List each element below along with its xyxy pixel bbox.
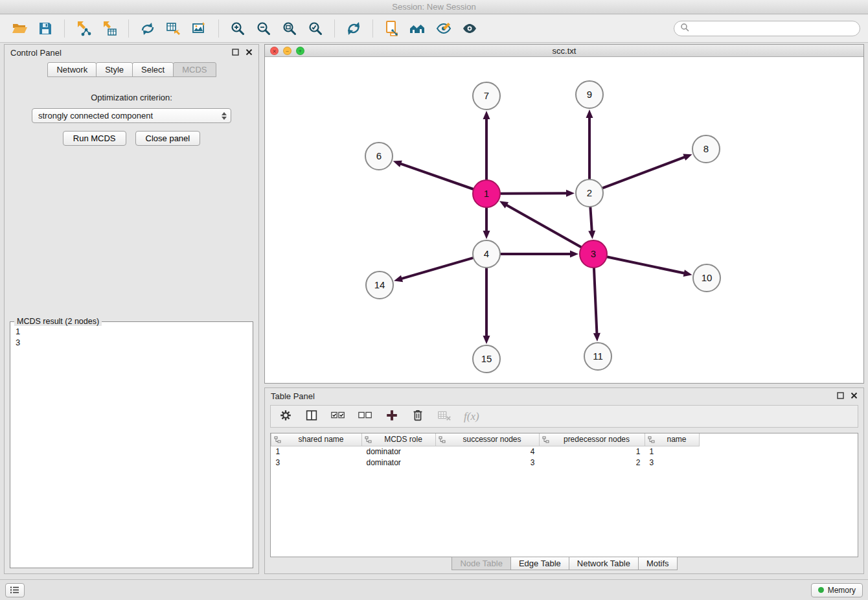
- table-panel-header: Table Panel: [265, 388, 863, 404]
- sort-icon: [274, 436, 281, 445]
- import-table-icon[interactable]: [98, 17, 121, 40]
- graph-node-9[interactable]: 9: [576, 81, 603, 108]
- table-header-row: shared name MCDS role successor nodes pr…: [271, 433, 858, 446]
- zoom-out-icon[interactable]: [252, 17, 275, 40]
- graph-edge-3-10[interactable]: [608, 257, 684, 273]
- delete-column-icon[interactable]: [411, 408, 425, 425]
- dropdown-selected-value: strongly connected component: [38, 111, 153, 121]
- sort-icon: [439, 436, 446, 445]
- control-panel-title: Control Panel: [10, 48, 62, 58]
- network-table-icon[interactable]: [162, 17, 185, 40]
- svg-text:11: 11: [593, 351, 603, 362]
- graph-node-6[interactable]: 6: [365, 143, 393, 170]
- memory-button[interactable]: Memory: [811, 583, 863, 597]
- function-builder-icon[interactable]: f(x): [464, 410, 479, 423]
- column-header-name[interactable]: name: [645, 433, 700, 446]
- graph-edge-2-3[interactable]: [590, 207, 591, 231]
- graph-node-10[interactable]: 10: [693, 264, 720, 292]
- tab-node-table[interactable]: Node Table: [451, 557, 511, 570]
- new-network-icon[interactable]: [136, 17, 159, 40]
- graph-node-8[interactable]: 8: [692, 135, 720, 163]
- svg-text:8: 8: [703, 143, 709, 154]
- search-input[interactable]: [693, 23, 854, 34]
- graph-node-2[interactable]: 2: [576, 179, 603, 207]
- table-toolbar: f(x): [270, 405, 858, 428]
- graph-node-15[interactable]: 15: [473, 345, 500, 373]
- close-panel-icon[interactable]: [246, 48, 253, 58]
- mcds-result-box[interactable]: MCDS result (2 nodes) 1 3: [10, 321, 253, 568]
- maximize-window-icon[interactable]: [296, 47, 304, 55]
- close-window-icon[interactable]: [270, 47, 279, 55]
- graph-edge-2-8[interactable]: [603, 157, 685, 189]
- graph-node-1[interactable]: 1: [473, 180, 500, 207]
- main-toolbar: [0, 15, 868, 43]
- graph-arrowhead-icon: [588, 231, 595, 239]
- zoom-in-icon[interactable]: [226, 17, 249, 40]
- table-row[interactable]: 3 dominator 3 2 3: [271, 457, 858, 468]
- column-header-predecessor-nodes[interactable]: predecessor nodes: [540, 433, 645, 446]
- column-header-shared-name[interactable]: shared name: [271, 433, 362, 446]
- column-header-mcds-role[interactable]: MCDS role: [362, 433, 436, 446]
- import-network-icon[interactable]: [72, 17, 95, 40]
- tab-network-table[interactable]: Network Table: [569, 557, 639, 570]
- task-history-button[interactable]: [5, 583, 25, 597]
- graph-edge-1-6[interactable]: [401, 164, 473, 189]
- save-icon[interactable]: [34, 17, 57, 40]
- settings-gear-icon[interactable]: [279, 408, 293, 425]
- svg-text:7: 7: [484, 90, 489, 101]
- svg-text:6: 6: [376, 150, 382, 161]
- zoom-fit-icon[interactable]: [278, 17, 301, 40]
- table-row[interactable]: 1 dominator 4 1 1: [271, 446, 858, 457]
- graph-arrowhead-icon: [683, 270, 692, 277]
- home-layout-icon[interactable]: [406, 17, 429, 40]
- refresh-icon[interactable]: [342, 17, 365, 40]
- deselect-all-checkboxes-icon[interactable]: [358, 408, 373, 425]
- graph-node-7[interactable]: 7: [473, 82, 500, 110]
- mcds-result-title: MCDS result (2 nodes): [14, 317, 102, 326]
- tab-select[interactable]: Select: [132, 62, 174, 77]
- visual-styles-icon[interactable]: [432, 17, 455, 40]
- table-panel-title: Table Panel: [271, 391, 315, 401]
- export-image-icon[interactable]: [188, 17, 211, 40]
- graph-edge-3-11[interactable]: [594, 268, 597, 333]
- float-panel-icon[interactable]: [837, 391, 844, 401]
- minimize-window-icon[interactable]: [283, 47, 291, 55]
- table-panel-tabs: Node Table Edge Table Network Table Moti…: [265, 557, 863, 570]
- graph-edge-3-1[interactable]: [507, 205, 580, 248]
- delete-table-icon[interactable]: [437, 408, 452, 425]
- split-column-icon[interactable]: [304, 408, 319, 425]
- float-panel-icon[interactable]: [232, 48, 239, 58]
- add-column-icon[interactable]: [385, 408, 399, 425]
- control-panel-tabs: Network Style Select MCDS: [5, 62, 258, 77]
- close-panel-button[interactable]: Close panel: [135, 131, 201, 146]
- tab-network[interactable]: Network: [47, 62, 97, 77]
- open-folder-icon[interactable]: [8, 17, 31, 40]
- close-panel-icon[interactable]: [851, 391, 858, 401]
- svg-text:9: 9: [587, 89, 592, 100]
- column-header-successor-nodes[interactable]: successor nodes: [436, 433, 540, 446]
- network-view-window: scc.txt 7968124314101511: [264, 44, 864, 384]
- column-header-filler: [700, 433, 858, 446]
- run-mcds-button[interactable]: Run MCDS: [63, 131, 126, 146]
- graph-node-3[interactable]: 3: [580, 240, 607, 268]
- clone-network-icon[interactable]: [380, 17, 404, 40]
- graph-edge-4-14[interactable]: [402, 258, 473, 279]
- graph-node-14[interactable]: 14: [366, 271, 393, 299]
- tab-mcds[interactable]: MCDS: [173, 62, 216, 77]
- graph-node-11[interactable]: 11: [584, 343, 611, 370]
- graph-node-4[interactable]: 4: [473, 240, 500, 268]
- tab-style[interactable]: Style: [96, 62, 133, 77]
- tab-motifs[interactable]: Motifs: [638, 557, 678, 570]
- tab-edge-table[interactable]: Edge Table: [510, 557, 569, 570]
- show-hide-icon[interactable]: [458, 17, 481, 40]
- svg-text:3: 3: [591, 248, 596, 259]
- search-box[interactable]: [674, 21, 860, 36]
- select-all-checkboxes-icon[interactable]: [330, 408, 346, 425]
- graph-edge-1-2[interactable]: [501, 193, 566, 194]
- zoom-selected-icon[interactable]: [304, 17, 327, 40]
- graph-arrowhead-icon: [566, 190, 575, 197]
- sort-icon: [648, 436, 655, 445]
- optimization-criterion-dropdown[interactable]: strongly connected component: [32, 108, 231, 123]
- svg-text:14: 14: [374, 279, 385, 290]
- network-canvas[interactable]: 7968124314101511: [265, 57, 863, 383]
